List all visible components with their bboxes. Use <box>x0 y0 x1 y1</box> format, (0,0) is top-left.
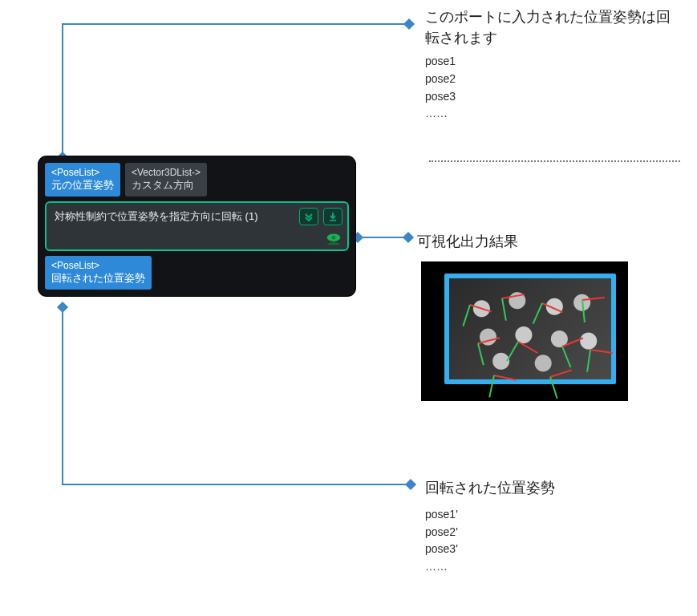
eye-icon[interactable] <box>325 232 342 246</box>
port-label: 回転された位置姿勢 <box>51 272 145 286</box>
preview-tray <box>444 274 616 384</box>
port-label: カスタム方向 <box>132 179 201 192</box>
leader-marker <box>403 18 415 30</box>
node-body[interactable]: 対称性制約で位置姿勢を指定方向に回転 (1) <box>45 201 349 251</box>
annotation-visualize-text: 可視化出力結果 <box>417 233 518 249</box>
leader-marker <box>403 232 414 243</box>
list-item: pose1' <box>425 506 682 524</box>
list-item: pose2' <box>425 524 682 541</box>
node-title: 対称性制約で位置姿勢を指定方向に回転 (1) <box>55 210 258 222</box>
port-type: <PoseList> <box>51 166 114 179</box>
list-item: pose1 <box>425 53 674 71</box>
leader-marker <box>405 479 416 490</box>
list-item: pose2 <box>425 71 674 88</box>
input-port-vector3dlist[interactable]: <Vector3DList-> カスタム方向 <box>125 163 207 197</box>
port-type: <PoseList> <box>51 259 145 272</box>
annotation-visualize: 可視化出力結果 <box>417 231 674 252</box>
svg-rect-0 <box>330 220 336 221</box>
port-label: 元の位置姿勢 <box>51 179 114 192</box>
annotation-output-list: pose1' pose2' pose3' …… <box>425 506 682 576</box>
output-port-poselist[interactable]: <PoseList> 回転された位置姿勢 <box>45 256 152 290</box>
list-item: …… <box>425 558 682 576</box>
divider <box>429 160 680 162</box>
download-icon[interactable] <box>323 208 342 225</box>
collapse-icon[interactable] <box>299 208 318 225</box>
input-ports: <PoseList> 元の位置姿勢 <Vector3DList-> カスタム方向 <box>45 163 349 197</box>
port-type: <Vector3DList-> <box>132 166 201 179</box>
svg-point-2 <box>332 236 336 240</box>
list-item: …… <box>425 105 674 123</box>
input-port-poselist[interactable]: <PoseList> 元の位置姿勢 <box>45 163 120 197</box>
leader-marker <box>57 302 68 313</box>
annotation-input: このポートに入力された位置姿勢は回転されます pose1 pose2 pose3… <box>425 6 674 123</box>
annotation-input-text: このポートに入力された位置姿勢は回転されます <box>425 9 671 46</box>
node-panel: <PoseList> 元の位置姿勢 <Vector3DList-> カスタム方向… <box>38 156 355 296</box>
output-ports: <PoseList> 回転された位置姿勢 <box>45 256 349 290</box>
list-item: pose3 <box>425 88 674 106</box>
annotation-input-list: pose1 pose2 pose3 …… <box>425 53 674 123</box>
annotation-output-text: 回転された位置姿勢 <box>425 480 555 496</box>
list-item: pose3' <box>425 541 682 558</box>
visualization-preview <box>421 261 628 401</box>
annotation-output: 回転された位置姿勢 pose1' pose2' pose3' …… <box>425 477 682 576</box>
node-action-icons <box>299 208 342 225</box>
